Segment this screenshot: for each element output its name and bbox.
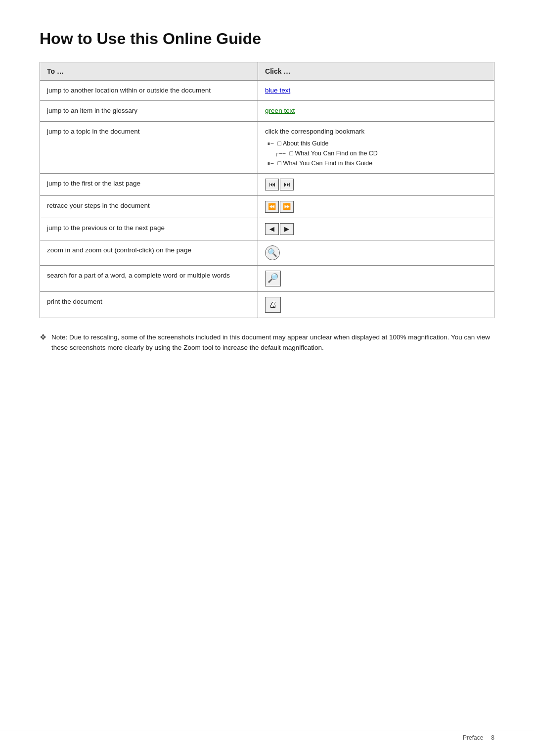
row-7-click: 🔍	[258, 240, 494, 265]
how-to-table: To … Click … jump to another location wi…	[40, 62, 494, 318]
plus-box-icon: ∎‒	[267, 159, 274, 168]
table-row: jump to another location within or outsi…	[40, 81, 494, 101]
search-button[interactable]: 🔎	[265, 271, 281, 286]
row-3-to: jump to a topic in the document	[40, 121, 258, 173]
row-4-to: jump to the first or the last page	[40, 173, 258, 195]
page-title: How to Use this Online Guide	[40, 30, 494, 48]
nav-retrace-icons: ⏪ ⏩	[265, 201, 294, 213]
row-5-click: ⏪ ⏩	[258, 195, 494, 218]
first-page-button[interactable]: ⏮	[265, 179, 279, 190]
footer-page-number: 8	[491, 734, 494, 741]
bookmark-description: click the corresponding bookmark	[265, 127, 487, 137]
row-4-click: ⏮ ⏭	[258, 173, 494, 195]
row-2-to: jump to an item in the glossary	[40, 101, 258, 121]
row-6-to: jump to the previous or to the next page	[40, 218, 258, 240]
bookmark-item-3: ∎‒ □ What You Can Find in this Guide	[265, 158, 487, 168]
bookmark-item-2: ┌‒‒ □ What You Can Find on the CD	[265, 148, 487, 158]
forward-button[interactable]: ⏩	[280, 201, 294, 213]
row-1-click: blue text	[258, 81, 494, 101]
note-text: Note: Due to rescaling, some of the scre…	[51, 332, 494, 353]
print-button[interactable]: 🖨	[265, 297, 281, 313]
footer-section: Preface	[463, 734, 483, 741]
row-7-to: zoom in and zoom out (control-click) on …	[40, 240, 258, 265]
row-8-click: 🔎	[258, 265, 494, 291]
nav-first-last-icons: ⏮ ⏭	[265, 179, 294, 190]
nav-prev-next-icons: ◀ ▶	[265, 223, 294, 235]
page-icon: ┌‒‒	[275, 149, 286, 158]
row-1-to: jump to another location within or outsi…	[40, 81, 258, 101]
blue-text-link[interactable]: blue text	[265, 87, 290, 94]
table-row: jump to the first or the last page ⏮ ⏭	[40, 173, 494, 195]
back-button[interactable]: ⏪	[265, 201, 279, 213]
header-to: To …	[40, 62, 258, 81]
page-footer: Preface 8	[0, 730, 534, 741]
green-text-link[interactable]: green text	[265, 107, 295, 114]
row-6-click: ◀ ▶	[258, 218, 494, 240]
row-3-click: click the corresponding bookmark ∎‒ □ Ab…	[258, 121, 494, 173]
bookmark-item-1: ∎‒ □ About this Guide	[265, 139, 487, 148]
next-page-button[interactable]: ▶	[280, 223, 294, 235]
table-row: retrace your steps in the document ⏪ ⏩	[40, 195, 494, 218]
page: How to Use this Online Guide To … Click …	[0, 0, 534, 756]
row-8-to: search for a part of a word, a complete …	[40, 265, 258, 291]
table-row: jump to a topic in the document click th…	[40, 121, 494, 173]
bookmark-tree: ∎‒ □ About this Guide ┌‒‒ □ What You Can…	[265, 139, 487, 168]
row-5-to: retrace your steps in the document	[40, 195, 258, 218]
bookmark-label-1: □ About this Guide	[276, 139, 328, 148]
table-row: jump to an item in the glossary green te…	[40, 101, 494, 121]
table-row: print the document 🖨	[40, 291, 494, 318]
table-row: search for a part of a word, a complete …	[40, 265, 494, 291]
row-9-to: print the document	[40, 291, 258, 318]
bookmark-label-3: □ What You Can Find in this Guide	[276, 158, 372, 168]
note-diamond-icon: ❖	[40, 332, 46, 342]
note-section: ❖ Note: Due to rescaling, some of the sc…	[40, 332, 494, 353]
last-page-button[interactable]: ⏭	[280, 179, 294, 190]
row-2-click: green text	[258, 101, 494, 121]
header-click: Click …	[258, 62, 494, 81]
bookmark-label-2: □ What You Can Find on the CD	[288, 148, 378, 158]
table-row: jump to the previous or to the next page…	[40, 218, 494, 240]
minus-box-icon: ∎‒	[267, 139, 274, 148]
zoom-button[interactable]: 🔍	[265, 245, 280, 260]
table-row: zoom in and zoom out (control-click) on …	[40, 240, 494, 265]
table-header-row: To … Click …	[40, 62, 494, 81]
prev-page-button[interactable]: ◀	[265, 223, 279, 235]
row-9-click: 🖨	[258, 291, 494, 318]
